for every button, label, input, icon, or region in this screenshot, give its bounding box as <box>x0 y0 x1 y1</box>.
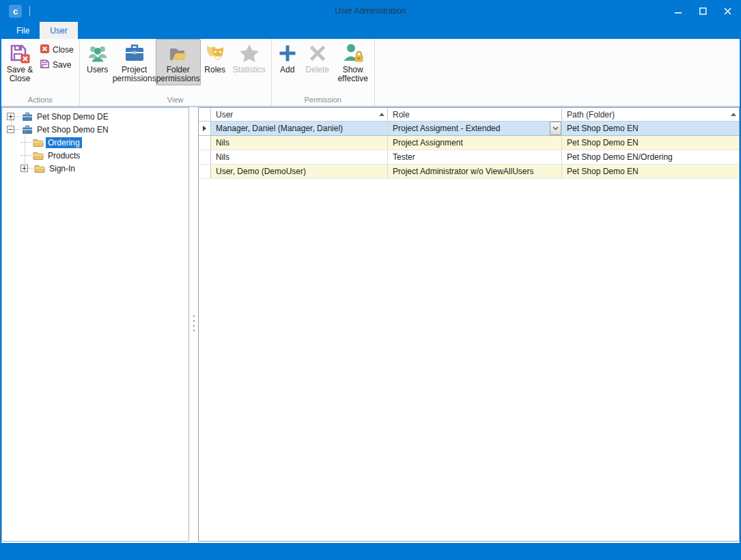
table-row[interactable]: Manager, Daniel (Manager, Daniel)Project… <box>199 122 739 136</box>
tree-item-label: Products <box>46 150 82 161</box>
roles-button[interactable]: Roles <box>201 39 229 76</box>
cell-user[interactable]: Manager, Daniel (Manager, Daniel) <box>211 122 388 135</box>
folder-tree: Pet Shop Demo DEPet Shop Demo ENOrdering… <box>1 107 189 542</box>
button-label: Save <box>53 60 71 70</box>
ribbon-group-label: Permission <box>274 95 372 106</box>
users-icon <box>87 42 109 64</box>
row-indicator <box>199 136 211 150</box>
cell-path[interactable]: Pet Shop Demo EN <box>562 136 739 150</box>
app-window: c User Administration File User <box>0 0 741 560</box>
tree-item[interactable]: Pet Shop Demo EN <box>2 123 188 136</box>
tree-item[interactable]: Ordering <box>2 136 188 149</box>
pane-splitter[interactable] <box>189 107 198 542</box>
tree-item[interactable]: Products <box>2 149 188 162</box>
tree-item-label: Pet Shop Demo DE <box>35 111 111 122</box>
sort-ascending-icon <box>379 113 385 116</box>
close-document-button[interactable]: Close <box>38 43 76 57</box>
project-permissions-button[interactable]: Project permissions <box>113 39 156 85</box>
folder-permissions-button[interactable]: Folder permissions <box>156 39 201 85</box>
tree-item-label: Ordering <box>46 137 82 148</box>
maximize-icon <box>699 8 707 15</box>
folder-open-icon <box>167 42 189 64</box>
statistics-button: Statistics <box>229 39 269 76</box>
tree-item-label: Sign-In <box>47 163 77 174</box>
grid-empty-area <box>199 179 739 541</box>
cell-path[interactable]: Pet Shop Demo EN/Ordering <box>562 150 739 164</box>
cell-role[interactable]: Project Assignment <box>388 136 562 150</box>
tree-connector <box>11 117 12 128</box>
ribbon-group-label: Actions <box>3 95 77 106</box>
folder-icon <box>33 150 44 161</box>
table-row[interactable]: NilsTesterPet Shop Demo EN/Ordering <box>199 150 739 165</box>
project-icon <box>22 111 33 122</box>
maximize-button[interactable] <box>690 0 715 22</box>
row-indicator-arrow <box>203 126 206 131</box>
column-header-path[interactable]: Path (Folder) <box>562 108 739 121</box>
title-bar: c User Administration <box>1 0 740 22</box>
ribbon-group-actions: Save & Close Close <box>1 39 80 106</box>
minimize-button[interactable] <box>666 0 690 22</box>
delete-button: Delete <box>301 39 334 76</box>
ribbon-group-view: Users Project permissions <box>80 39 272 106</box>
row-indicator <box>199 165 211 178</box>
permissions-grid: User Role Path (Folder) Manager, Daniel … <box>198 107 740 542</box>
sort-ascending-icon <box>731 113 736 116</box>
cell-path[interactable]: Pet Shop Demo EN <box>562 165 739 178</box>
cell-role[interactable]: Project Assigment - Extended <box>388 122 562 135</box>
save-and-close-button[interactable]: Save & Close <box>3 39 36 85</box>
cell-user[interactable]: Nils <box>211 136 388 150</box>
ribbon-tabs: File User <box>1 22 740 39</box>
star-icon <box>238 42 260 64</box>
tree-item[interactable]: Pet Shop Demo DE <box>2 110 188 123</box>
tab-file[interactable]: File <box>6 22 40 39</box>
cell-user[interactable]: Nils <box>211 150 388 164</box>
show-effective-button[interactable]: Show effective <box>334 39 372 85</box>
role-dropdown-button[interactable] <box>550 122 561 135</box>
folder-icon <box>33 137 44 148</box>
minimize-icon <box>675 8 682 15</box>
page-title: User Administration <box>1 6 740 16</box>
button-label: Add <box>280 66 294 74</box>
table-row[interactable]: NilsProject AssignmentPet Shop Demo EN <box>199 136 739 150</box>
button-label: Roles <box>204 66 225 74</box>
folder-icon <box>34 163 45 174</box>
save-icon <box>40 59 50 71</box>
delete-icon <box>307 42 328 64</box>
tree-connector <box>25 130 25 167</box>
row-indicator <box>199 122 211 135</box>
tree-items: Pet Shop Demo DEPet Shop Demo ENOrdering… <box>2 110 188 175</box>
row-indicator <box>199 150 211 164</box>
chevron-down-icon <box>553 126 559 130</box>
add-icon <box>277 42 298 64</box>
cell-user[interactable]: User, Demo (DemoUser) <box>211 165 388 178</box>
button-label: Users <box>87 66 108 74</box>
grid-header: User Role Path (Folder) <box>199 108 739 122</box>
save-button[interactable]: Save <box>38 58 76 72</box>
ribbon: Save & Close Close <box>1 39 740 107</box>
table-row[interactable]: User, Demo (DemoUser)Project Administrat… <box>199 165 739 179</box>
tree-item[interactable]: Sign-In <box>2 162 188 175</box>
close-button[interactable] <box>715 0 740 22</box>
cell-path[interactable]: Pet Shop Demo EN <box>562 122 739 135</box>
project-icon <box>22 124 33 135</box>
button-label: Project permissions <box>113 66 156 83</box>
button-label: Folder permissions <box>156 66 200 83</box>
column-header-role[interactable]: Role <box>388 108 562 121</box>
button-label: Save & Close <box>5 66 34 83</box>
cell-role[interactable]: Tester <box>388 150 562 164</box>
button-label: Close <box>53 45 74 55</box>
close-red-icon <box>40 44 50 56</box>
column-header-user[interactable]: User <box>211 108 388 121</box>
ribbon-group-permission: Add Delete <box>272 39 375 106</box>
users-button[interactable]: Users <box>82 39 113 76</box>
tree-item-label: Pet Shop Demo EN <box>35 124 111 135</box>
status-bar <box>1 543 740 560</box>
close-icon <box>724 8 731 15</box>
add-button[interactable]: Add <box>274 39 301 76</box>
person-lock-icon <box>342 42 364 64</box>
splitter-grip-icon <box>193 316 195 335</box>
tab-user[interactable]: User <box>40 22 77 39</box>
main-content: Pet Shop Demo DEPet Shop Demo ENOrdering… <box>1 107 740 542</box>
grid-rows: Manager, Daniel (Manager, Daniel)Project… <box>199 122 739 179</box>
cell-role[interactable]: Project Administrator w/o ViewAllUsers <box>388 165 562 178</box>
